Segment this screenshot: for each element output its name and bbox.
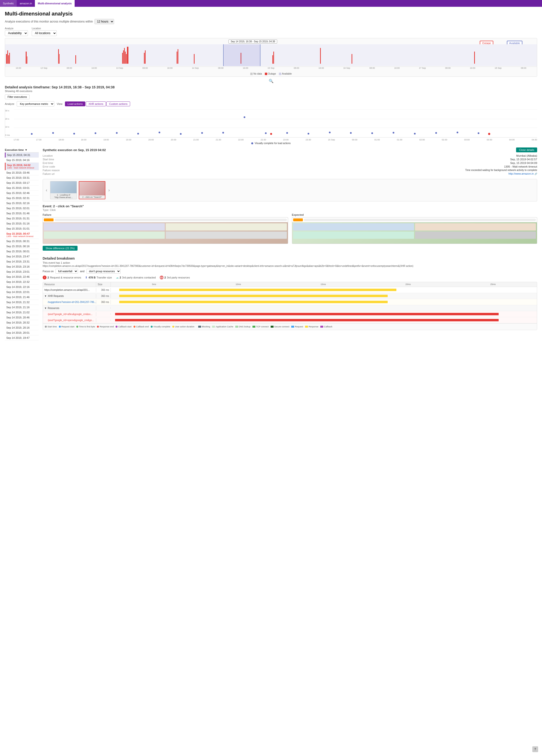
exec-item-13[interactable]: Sep 15 2019, 01:16 bbox=[5, 221, 39, 226]
exec-item-7[interactable]: Sep 15 2019, 02:46 bbox=[5, 191, 39, 196]
exec-item-5[interactable]: Sep 15 2019, 03:17 bbox=[5, 180, 39, 185]
main-layout: Execution time ▼ Sep 15 2019, 04:31 Sep … bbox=[5, 147, 537, 340]
analyze-group: Analyze Availability bbox=[5, 27, 28, 36]
exec-item-30[interactable]: Sep 14 2019, 21:02 bbox=[5, 310, 39, 315]
view-tabs: Load actions XHR actions Custom actions bbox=[65, 101, 130, 106]
tab-load-actions[interactable]: Load actions bbox=[65, 101, 85, 106]
filter-executions-button[interactable]: Filter executions bbox=[5, 94, 30, 99]
waterfall-controls: Focus on full waterfall and don't group … bbox=[43, 269, 537, 274]
exec-item-6[interactable]: Sep 15 2019, 03:01 bbox=[5, 185, 39, 191]
screenshot-thumb-1[interactable]: 1 - Loading of "http://www.amaz... bbox=[50, 181, 77, 199]
time-range-select[interactable]: 12 hours bbox=[94, 19, 114, 24]
exec-list-header[interactable]: Execution time ▼ bbox=[5, 147, 39, 153]
close-details-button[interactable]: Close details bbox=[516, 147, 537, 152]
legend-tcp: TCP connect bbox=[252, 325, 269, 328]
wf-name-xhr-item: /suggestions?session-id=261-3941207-786.… bbox=[43, 300, 96, 304]
exec-item-9[interactable]: Sep 15 2019, 02:16 bbox=[5, 201, 39, 206]
tab-xhr-actions[interactable]: XHR actions bbox=[86, 101, 106, 106]
waterfall-container: Resource Size 5ms 10ms 15ms bbox=[43, 282, 537, 330]
detail-info-left: Location Start time End time Error code bbox=[43, 154, 459, 176]
exec-item-26[interactable]: Sep 14 2019, 22:01 bbox=[5, 290, 39, 295]
info-row-location: Location bbox=[43, 154, 459, 157]
exec-item-8[interactable]: Sep 15 2019, 02:31 bbox=[5, 196, 39, 201]
wf-bar-pixel2 bbox=[111, 317, 537, 323]
stat-transfer: ⬇ 478 B Transfer size bbox=[85, 276, 112, 279]
exec-item-15-failed[interactable]: Sep 15 2019, 00:47 1305 - Wait network t… bbox=[5, 231, 39, 239]
waterfall-row-pixel1: /pixel?google_rid=a9eu&google_cm&ex... bbox=[43, 311, 537, 317]
scatter-legend: Visually complete for load actions bbox=[5, 142, 537, 145]
legend-user-action: User action duration bbox=[172, 325, 194, 328]
exec-item-21[interactable]: Sep 14 2019, 23:16 bbox=[5, 264, 39, 269]
exec-item-12[interactable]: Sep 15 2019, 01:31 bbox=[5, 216, 39, 221]
nav-amazon[interactable]: amazon.in bbox=[17, 0, 35, 7]
waterfall-row-resources-group[interactable]: ▼ Resources bbox=[43, 305, 537, 311]
exec-item-18[interactable]: Sep 15 2019, 00:01 bbox=[5, 249, 39, 254]
legend-appcache: Application Cache bbox=[212, 325, 233, 328]
wf-bar-xhr-item bbox=[111, 299, 537, 305]
location-group: Location All locations bbox=[32, 27, 57, 36]
top-nav: Synthetic amazon.in Multi-dimensional an… bbox=[0, 0, 542, 7]
exec-item-27[interactable]: Sep 14 2019, 21:46 bbox=[5, 295, 39, 300]
exec-item-29[interactable]: Sep 14 2019, 21:16 bbox=[5, 305, 39, 310]
wf-size-xhr-item: 360 ms bbox=[96, 300, 111, 304]
tab-custom-actions[interactable]: Custom actions bbox=[106, 101, 130, 106]
exec-item-31[interactable]: Sep 14 2019, 20:46 bbox=[5, 315, 39, 320]
page-content: Multi-dimensional analysis Analyze execu… bbox=[0, 7, 542, 344]
exec-item-28[interactable]: Sep 14 2019, 21:32 bbox=[5, 300, 39, 305]
zoom-icon[interactable]: 🔍 bbox=[5, 79, 537, 83]
exec-item-22[interactable]: Sep 14 2019, 23:01 bbox=[5, 269, 39, 274]
scatter-dot bbox=[286, 132, 288, 134]
exec-item-selected[interactable]: Sep 15 2019, 04:02 1305 - Wait network t… bbox=[5, 163, 39, 170]
wf-name-xhr-group[interactable]: ▼ XHR Requests bbox=[43, 294, 96, 298]
exec-item-16[interactable]: Sep 15 2019, 00:31 bbox=[5, 239, 39, 244]
stat-domains: ☁ 2 3rd party domains contacted bbox=[116, 276, 156, 279]
scatter-dot bbox=[137, 133, 139, 134]
show-difference-button[interactable]: Show difference (22.3%) bbox=[43, 246, 77, 251]
exec-item-20[interactable]: Sep 14 2019, 23:31 bbox=[5, 259, 39, 264]
wf-header-timeline: 5ms 10ms 15ms 20ms 25ms bbox=[111, 282, 537, 287]
exec-item-14[interactable]: Sep 15 2019, 01:01 bbox=[5, 226, 39, 231]
analyze-row: Analyze Availability Location All locati… bbox=[5, 27, 537, 36]
analyze-select[interactable]: Availability bbox=[5, 30, 28, 36]
exec-item-34[interactable]: Sep 14 2019, 20:01 bbox=[5, 330, 39, 335]
exec-item-24[interactable]: Sep 14 2019, 22:32 bbox=[5, 279, 39, 285]
info-row-failure-reason: Failure reason bbox=[43, 169, 459, 172]
info-row-end: End time bbox=[43, 162, 459, 164]
exec-item-33[interactable]: Sep 14 2019, 20:16 bbox=[5, 325, 39, 330]
screenshot-thumb-2[interactable]: 2 - click on "Search" bbox=[79, 181, 105, 199]
scatter-axis: 17:00 17:30 18:00 18:30 19:00 19:30 20:0… bbox=[5, 139, 537, 141]
analyze-view-row: Analyze Key performance metric View Load… bbox=[5, 101, 537, 107]
nav-multidim[interactable]: Multi-dimensional analysis bbox=[35, 0, 75, 7]
strip-next-arrow[interactable]: › bbox=[107, 188, 111, 193]
showing-label: Showing 48 executions bbox=[5, 90, 537, 93]
wf-bar-resources-group bbox=[111, 305, 537, 311]
strip-prev-arrow[interactable]: ‹ bbox=[45, 188, 48, 193]
exec-item-4[interactable]: Sep 15 2019, 03:31 bbox=[5, 175, 39, 180]
legend-ttfb: Time to first byte bbox=[76, 325, 95, 328]
waterfall-focus-select[interactable]: full waterfall bbox=[55, 269, 78, 274]
legend-blocking: Blocking bbox=[198, 325, 210, 328]
exec-item-32[interactable]: Sep 14 2019, 20:32 bbox=[5, 320, 39, 325]
waterfall-row-xhr-group[interactable]: ▼ XHR Requests 360 ms bbox=[43, 293, 537, 299]
scatter-dot bbox=[95, 132, 96, 134]
exec-item-1[interactable]: Sep 15 2019, 04:16 bbox=[5, 158, 39, 163]
location-select[interactable]: All locations bbox=[32, 30, 57, 36]
exec-item-3[interactable]: Sep 15 2019, 03:46 bbox=[5, 170, 39, 175]
exec-item-0[interactable]: Sep 15 2019, 04:31 bbox=[5, 153, 39, 158]
wf-name-resources-group[interactable]: ▼ Resources bbox=[43, 306, 96, 310]
exec-item-17[interactable]: Sep 15 2019, 00:16 bbox=[5, 244, 39, 249]
info-row-error-code: Error code bbox=[43, 165, 459, 168]
scatter-dot bbox=[329, 131, 331, 133]
stat-errors: ! 2 Request & resource errors bbox=[43, 276, 81, 279]
kpi-select[interactable]: Key performance metric bbox=[17, 101, 54, 107]
exec-item-35[interactable]: Sep 14 2019, 19:47 bbox=[5, 335, 39, 340]
waterfall-group-select[interactable]: don't group resources bbox=[86, 269, 121, 274]
exec-item-25[interactable]: Sep 14 2019, 22:16 bbox=[5, 285, 39, 290]
exec-item-11[interactable]: Sep 15 2019, 01:46 bbox=[5, 211, 39, 216]
wf-bar-xhr-group bbox=[111, 293, 537, 299]
exec-item-23[interactable]: Sep 14 2019, 22:46 bbox=[5, 274, 39, 279]
detailed-title: Detailed analysis timeframe: Sep 14 2019… bbox=[5, 85, 537, 89]
nav-synthetic[interactable]: Synthetic bbox=[0, 0, 17, 7]
exec-item-10[interactable]: Sep 15 2019, 02:01 bbox=[5, 206, 39, 211]
exec-item-19[interactable]: Sep 14 2019, 23:47 bbox=[5, 254, 39, 259]
